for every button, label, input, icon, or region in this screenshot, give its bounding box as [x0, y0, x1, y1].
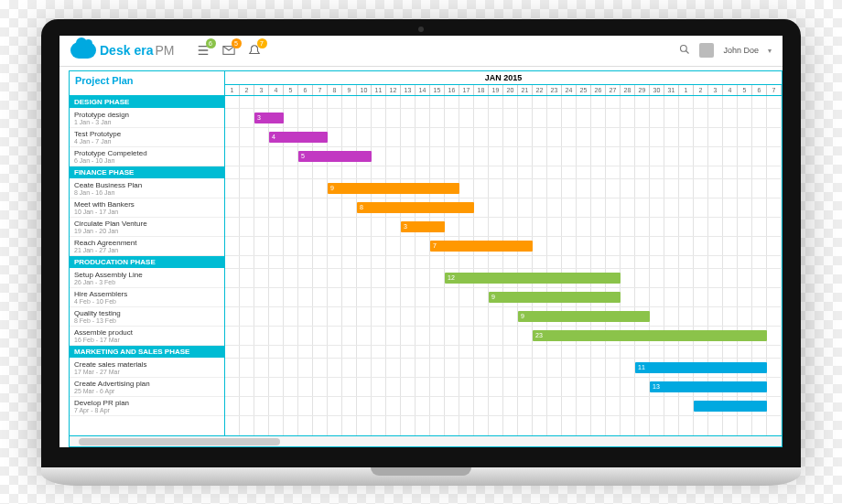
task-list: DESIGN PHASEPrototype design1 Jan - 3 Ja…: [70, 96, 225, 435]
gantt-bar[interactable]: 11: [635, 362, 767, 373]
task-item[interactable]: Test Prototype4 Jan - 7 Jan: [70, 128, 224, 147]
plan-title: Project Plan: [70, 71, 225, 95]
day-cell: 1: [225, 85, 240, 95]
bell-icon[interactable]: 7: [248, 44, 261, 57]
task-item[interactable]: Circulate Plan Venture19 Jan - 20 Jan: [70, 218, 224, 237]
task-item[interactable]: Reach Agreenment21 Jan - 27 Jan: [70, 237, 224, 256]
brand-part2: era: [134, 43, 153, 58]
day-cell: 25: [577, 85, 591, 95]
task-name: Create sales materials: [74, 360, 220, 369]
task-name: Quality testing: [74, 309, 220, 317]
day-cell: 22: [533, 85, 547, 95]
gantt-bar[interactable]: 7: [430, 241, 533, 252]
gantt-bar[interactable]: 9: [328, 183, 459, 194]
laptop-base: [41, 467, 801, 486]
gantt-bar[interactable]: 4: [269, 132, 328, 143]
avatar[interactable]: [699, 43, 714, 58]
day-cell: 7: [313, 85, 328, 95]
task-item[interactable]: Assemble product16 Feb - 17 Mar: [70, 327, 224, 346]
gantt-bar[interactable]: 3: [254, 113, 284, 123]
horizontal-scrollbar[interactable]: [70, 435, 782, 446]
laptop-notch: [371, 467, 471, 476]
plan-header: Project Plan JAN 2015 123456789101112131…: [70, 71, 782, 96]
day-cell: 13: [401, 85, 416, 95]
task-dates: 16 Feb - 17 Mar: [74, 337, 220, 343]
list-icon[interactable]: 6: [197, 44, 210, 57]
project-plan: Project Plan JAN 2015 123456789101112131…: [69, 70, 783, 447]
day-cell: 5: [284, 85, 298, 95]
day-cell: 23: [547, 85, 562, 95]
laptop-frame: Deskera PM 6 5 7: [41, 19, 801, 486]
day-cell: 19: [489, 85, 503, 95]
task-item[interactable]: Hire Assemblers4 Feb - 10 Feb: [70, 288, 224, 307]
cloud-icon: [70, 42, 96, 59]
task-item[interactable]: Develop PR plan7 Apr - 8 Apr: [70, 397, 224, 416]
gantt-bar[interactable]: 23: [533, 330, 767, 341]
user-name[interactable]: John Doe: [723, 46, 759, 55]
task-dates: 6 Jan - 10 Jan: [74, 157, 220, 164]
topbar-right: John Doe ▾: [679, 43, 772, 58]
gantt-bar[interactable]: 8: [357, 202, 474, 213]
brand-suffix: PM: [156, 43, 175, 58]
day-cell: 24: [562, 85, 577, 95]
task-name: Circulate Plan Venture: [74, 220, 220, 228]
gantt-bars: 34598371299231113: [225, 96, 782, 435]
plan-body: DESIGN PHASEPrototype design1 Jan - 3 Ja…: [70, 96, 782, 435]
day-cell: 11: [372, 85, 386, 95]
brand-part1: Desk: [100, 43, 130, 58]
task-dates: 25 Mar - 6 Apr: [74, 388, 220, 394]
task-name: Assemble product: [74, 328, 220, 337]
day-cell: 10: [357, 85, 372, 95]
gantt-bar[interactable]: 13: [650, 381, 767, 392]
app-screen: Deskera PM 6 5 7: [59, 36, 783, 447]
chevron-down-icon[interactable]: ▾: [768, 47, 772, 55]
day-cell: 12: [386, 85, 401, 95]
task-name: Test Prototype: [74, 130, 220, 138]
task-dates: 19 Jan - 20 Jan: [74, 228, 220, 234]
gantt-bar[interactable]: 3: [401, 221, 445, 232]
day-cell: 6: [298, 85, 313, 95]
task-item[interactable]: Create sales materials17 Mar - 27 Mar: [70, 359, 224, 378]
task-item[interactable]: Create Advertising plan25 Mar - 6 Apr: [70, 378, 224, 397]
topbar-icons: 6 5 7: [197, 44, 261, 57]
app-logo[interactable]: Deskera PM: [70, 42, 175, 59]
day-cell: 26: [591, 85, 606, 95]
task-name: Create Advertising plan: [74, 380, 220, 388]
phase-header: DESIGN PHASE: [70, 96, 224, 109]
gantt-bar[interactable]: 5: [298, 151, 372, 162]
gantt-bar[interactable]: 9: [518, 311, 650, 322]
mail-icon[interactable]: 5: [222, 44, 235, 57]
day-cell: 6: [752, 85, 767, 95]
task-dates: 4 Feb - 10 Feb: [74, 298, 220, 305]
day-cell: 14: [416, 85, 430, 95]
task-item[interactable]: Prototype design1 Jan - 3 Jan: [70, 109, 224, 128]
task-name: Develop PR plan: [74, 399, 220, 407]
task-name: Hire Assemblers: [74, 290, 220, 298]
day-cell: 3: [254, 85, 269, 95]
gantt-bar[interactable]: [694, 401, 767, 412]
task-item[interactable]: Setup Assembly Line26 Jan - 3 Feb: [70, 269, 224, 288]
day-cell: 30: [650, 85, 664, 95]
gantt-area[interactable]: 34598371299231113: [225, 96, 782, 435]
day-cell: 15: [430, 85, 445, 95]
camera-dot: [418, 27, 424, 32]
task-name: Setup Assembly Line: [74, 271, 220, 279]
task-item[interactable]: Ceate Business Plan8 Jan - 16 Jan: [70, 179, 224, 198]
task-name: Meet with Bankers: [74, 200, 220, 209]
task-item[interactable]: Prototype Compeleted6 Jan - 10 Jan: [70, 147, 224, 166]
task-dates: 7 Apr - 8 Apr: [74, 407, 220, 413]
phase-header: MARKETING AND SALES PHASE: [70, 346, 224, 359]
day-cell: 16: [445, 85, 459, 95]
task-dates: 4 Jan - 7 Jan: [74, 138, 220, 145]
day-cell: 4: [269, 85, 284, 95]
scrollbar-thumb[interactable]: [79, 438, 280, 445]
phase-header: PRODUCATION PHASE: [70, 256, 224, 269]
search-icon[interactable]: [679, 44, 690, 57]
gantt-bar[interactable]: 12: [445, 273, 621, 284]
task-dates: 21 Jan - 27 Jan: [74, 247, 220, 253]
task-item[interactable]: Meet with Bankers10 Jan - 17 Jan: [70, 198, 224, 218]
gantt-bar[interactable]: 9: [489, 292, 621, 303]
task-item[interactable]: Quality testing8 Feb - 13 Feb: [70, 307, 224, 327]
day-cell: 18: [474, 85, 489, 95]
day-cell: 31: [664, 85, 679, 95]
